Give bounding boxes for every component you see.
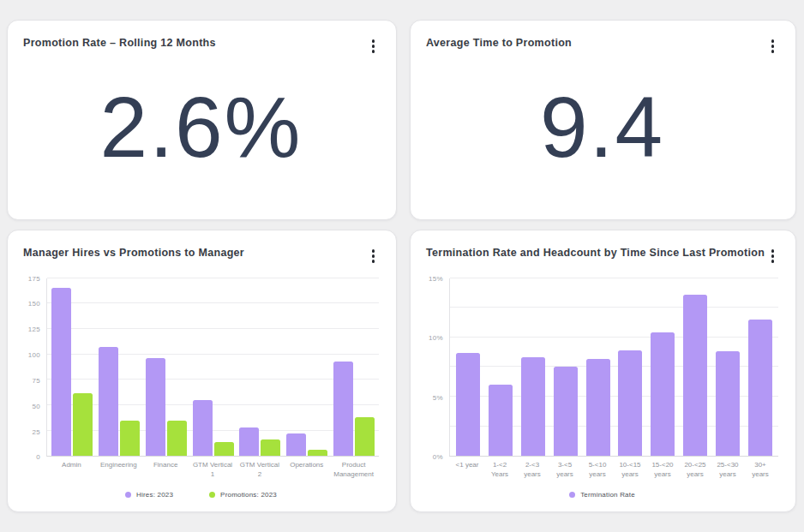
y-axis-label: 10% (429, 334, 443, 342)
bar-group (549, 278, 582, 457)
x-axis-label: 5-<10 years (581, 461, 614, 480)
card-termination-rate: Termination Rate and Headcount by Time S… (410, 230, 796, 512)
y-axis-label: 25 (33, 427, 41, 435)
bar-group (646, 278, 679, 457)
bar-group (484, 278, 517, 457)
x-axis-label: 10-<15 years (614, 461, 646, 480)
x-axis-label: 25-<30 years (711, 461, 744, 480)
hires-promotions-bar-chart: 0255075100125150175AdminEngineeringFinan… (23, 278, 379, 501)
x-axis-label: Finance (142, 461, 189, 480)
bar[interactable] (333, 362, 353, 456)
bar-group (142, 278, 189, 457)
y-axis-label: 5% (433, 393, 443, 401)
termination-rate-bar-chart: 0%5%10%15%<1 year1-<2 Years2-<3 years3-<… (426, 278, 778, 501)
x-axis-label: 1-<2 Years (483, 461, 516, 480)
bar-group (452, 278, 484, 457)
x-axis-labels: AdminEngineeringFinanceGTM Vertical 1GTM… (46, 461, 379, 480)
legend-label: Hires: 2023 (136, 491, 173, 499)
bar[interactable] (618, 350, 642, 456)
bar[interactable] (167, 421, 187, 457)
bar-group (284, 278, 331, 457)
bar[interactable] (146, 358, 165, 456)
bar-group (744, 278, 777, 457)
bar[interactable] (239, 427, 259, 456)
bar-group (711, 278, 744, 457)
card-title: Manager Hires vs Promotions to Manager (23, 247, 244, 259)
bar-group (615, 278, 647, 457)
bar[interactable] (456, 353, 480, 457)
bar-group (96, 278, 143, 457)
x-axis-label: 20-<25 years (679, 461, 711, 480)
bar[interactable] (521, 357, 545, 456)
card-promotion-rate: Promotion Rate – Rolling 12 Months 2.6% (7, 20, 397, 220)
card-header: Average Time to Promotion (426, 37, 778, 56)
bar[interactable] (554, 367, 578, 456)
bar[interactable] (489, 385, 513, 456)
x-axis-labels: <1 year1-<2 Years2-<3 years3-<5 years5-<… (449, 461, 778, 480)
bar-groups (47, 278, 379, 457)
x-axis: <1 year1-<2 Years2-<3 years3-<5 years5-<… (426, 461, 778, 480)
legend: Hires: 2023Promotions: 2023 (23, 491, 379, 499)
y-axis-label: 50 (33, 402, 41, 409)
x-axis-label: 2-<3 years (516, 461, 549, 480)
legend-label: Termination Rate (580, 491, 635, 499)
x-axis-label: GTM Vertical 2 (236, 461, 283, 480)
plot (449, 278, 778, 457)
y-axis-label: 100 (28, 351, 40, 359)
bar[interactable] (99, 347, 118, 456)
y-axis: 0%5%10%15% (426, 278, 449, 457)
x-axis-spacer (23, 461, 46, 480)
card-hires-vs-promotions: Manager Hires vs Promotions to Manager 0… (7, 230, 397, 512)
card-title: Average Time to Promotion (426, 37, 572, 49)
bar[interactable] (51, 288, 71, 456)
bar-group (330, 278, 377, 457)
bar[interactable] (120, 421, 140, 457)
card-average-time-to-promotion: Average Time to Promotion 9.4 (410, 20, 796, 220)
legend-item[interactable]: Termination Rate (569, 491, 635, 499)
bar[interactable] (286, 433, 306, 456)
y-axis: 0255075100125150175 (23, 278, 46, 457)
x-axis-label: Admin (48, 461, 95, 480)
legend: Termination Rate (426, 491, 778, 499)
x-axis-label: GTM Vertical 1 (189, 461, 237, 480)
bar[interactable] (193, 400, 213, 456)
bar[interactable] (214, 442, 234, 457)
bar[interactable] (355, 417, 375, 456)
bar[interactable] (651, 332, 675, 456)
bar-group (237, 278, 284, 457)
bar[interactable] (716, 351, 740, 456)
metric-value: 9.4 (426, 56, 778, 209)
chart-plot-area: 0%5%10%15% (426, 278, 778, 457)
kebab-menu-icon[interactable] (368, 247, 380, 266)
kebab-menu-icon[interactable] (368, 37, 380, 56)
card-header: Promotion Rate – Rolling 12 Months (23, 37, 379, 56)
bar[interactable] (308, 450, 327, 456)
y-axis-label: 0% (433, 453, 443, 461)
bar[interactable] (261, 439, 280, 456)
metric-value: 2.6% (23, 56, 379, 209)
x-axis-label: <1 year (451, 461, 483, 480)
y-axis-label: 0 (36, 453, 40, 461)
bar-groups (450, 278, 778, 457)
legend-item[interactable]: Hires: 2023 (125, 491, 173, 499)
legend-item[interactable]: Promotions: 2023 (209, 491, 277, 499)
bar-group (189, 278, 237, 457)
bar[interactable] (73, 393, 93, 457)
y-axis-label: 175 (28, 274, 40, 282)
card-header: Termination Rate and Headcount by Time S… (426, 247, 778, 266)
kebab-menu-icon[interactable] (767, 37, 779, 56)
chart-plot-area: 0255075100125150175 (23, 278, 379, 457)
bar-group (517, 278, 549, 457)
x-axis: AdminEngineeringFinanceGTM Vertical 1GTM… (23, 461, 379, 480)
card-title: Termination Rate and Headcount by Time S… (426, 247, 765, 259)
x-axis-label: 3-<5 years (549, 461, 581, 480)
x-axis-label: Engineering (95, 461, 142, 480)
bar[interactable] (748, 320, 772, 456)
legend-label: Promotions: 2023 (220, 491, 277, 499)
bar[interactable] (683, 295, 707, 457)
kebab-menu-icon[interactable] (767, 247, 779, 266)
bar[interactable] (586, 359, 610, 457)
card-header: Manager Hires vs Promotions to Manager (23, 247, 379, 266)
dashboard: Promotion Rate – Rolling 12 Months 2.6% … (0, 0, 804, 512)
x-axis-label: 15-<20 years (646, 461, 679, 480)
